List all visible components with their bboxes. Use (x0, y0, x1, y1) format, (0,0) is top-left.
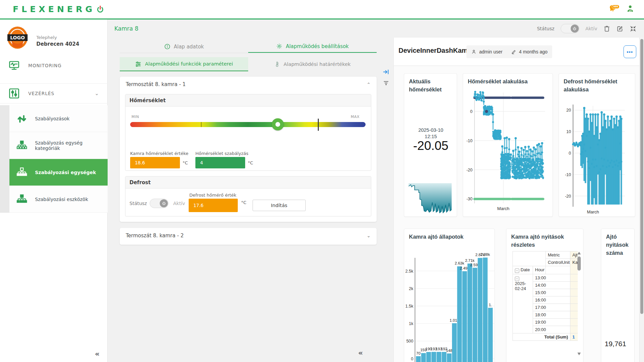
hour-cell: 18:00 (533, 311, 570, 319)
setpoint-label: Hőmérséklet szabályzás (195, 151, 249, 156)
sidebar-item-label: Szabályozási egységek (35, 170, 96, 175)
dashboard-scrollbar[interactable] (639, 38, 644, 362)
controlunit-value: Kamra 8 (570, 259, 578, 274)
scroll-thumb[interactable] (577, 256, 581, 271)
svg-text:0: 0 (411, 357, 413, 361)
sidebar-item-label: VEZÉRLÉS (28, 91, 54, 96)
temperature-slider[interactable] (130, 122, 366, 127)
panel-title: Termosztát 8. kamra - 1 (126, 81, 186, 87)
status-label: Státusz (537, 26, 555, 31)
content-header: Kamra 8 Státusz Aktív (108, 19, 644, 38)
defrost-status-value: Aktív (173, 201, 185, 206)
stat-value: 19,761 (601, 340, 635, 348)
status-value: Aktív (585, 26, 597, 31)
svg-text:2.88k: 2.88k (481, 252, 490, 256)
chevron-down-icon[interactable]: ⌄ (94, 90, 99, 96)
pivot-table-grid: MetricAjtó nyitásokControlUnitKamra 8−Da… (513, 251, 578, 341)
dashboard-meta-chip: admin user 4 months ago (466, 45, 552, 58)
site-label: Telephely (36, 35, 79, 40)
slider-notch (201, 122, 202, 127)
value-cell (570, 274, 578, 282)
slider-handle[interactable] (272, 118, 284, 130)
collapse-group-icon[interactable]: − (515, 277, 519, 281)
thermometer-icon (274, 61, 280, 67)
defrost-history-chart: 20100-10-20March (562, 102, 633, 215)
sidebar-item-szabalyozasi-egysegek[interactable]: Szabályozási egységek (9, 159, 108, 186)
sidebar-item-vezerles[interactable]: VEZÉRLÉS ⌄ (0, 83, 108, 104)
door-states-bar-chart: 05001k1.5k2k2.5k701591901931931921481.01… (405, 248, 494, 362)
subtab-hatarertekek[interactable]: Alapműködési határértékek (248, 57, 377, 71)
scroll-thumb[interactable] (640, 39, 643, 314)
sidebar-collapse-button[interactable]: « (95, 350, 100, 358)
svg-text:March: March (587, 209, 599, 214)
sidebar-item-szabalyozasok[interactable]: Szabályozások (9, 105, 108, 132)
card-title: Aktuális hőmérséklet (409, 78, 449, 94)
svg-text:1k: 1k (409, 321, 414, 326)
expand-right-icon[interactable] (383, 69, 389, 75)
dashboard-author: admin user (479, 49, 502, 54)
user-icon[interactable] (626, 4, 635, 13)
person-icon (471, 49, 477, 54)
delete-icon[interactable] (603, 25, 610, 32)
svg-text:-10: -10 (466, 138, 472, 143)
setpoint-input[interactable]: 4 (195, 157, 245, 168)
value-cell (570, 304, 578, 311)
svg-text:2.5k: 2.5k (405, 269, 413, 274)
hour-cell: 16:00 (533, 296, 570, 304)
chevron-up-icon[interactable]: ⌃ (367, 82, 371, 87)
tab-bar: Alap adatok Alapműködés beállítások (120, 40, 377, 53)
device-settings-pane: Alap adatok Alapműködés beállítások Alap… (108, 38, 393, 362)
tab-alap-adatok[interactable]: Alap adatok (120, 40, 248, 53)
defrost-status-toggle[interactable] (150, 199, 168, 208)
subtab-label: Alapműködési határértékek (283, 62, 350, 67)
tab-label: Alapműködés beállítások (286, 43, 349, 49)
svg-text:-10: -10 (565, 172, 571, 177)
chevron-down-icon[interactable]: ⌄ (367, 233, 371, 238)
date-group-cell[interactable]: −2025-02-24 (513, 274, 533, 333)
collapse-group-icon[interactable]: − (515, 269, 519, 273)
tab-alapmukodes-beallitasok[interactable]: Alapműködés beállítások (248, 40, 377, 53)
date-header[interactable]: −Date (513, 266, 533, 274)
dashboard-title: DeviceInnerDashKamra (399, 47, 474, 54)
card-kamra-ajto-allapotok: Kamra ajtó állapotok 05001k1.5k2k2.5k701… (404, 229, 495, 362)
power-icon (160, 199, 168, 207)
accordion-header[interactable]: Termoszát 8. kamra - 2 ⌄ (120, 228, 377, 243)
pivot-table: MetricAjtó nyitásokControlUnitKamra 8−Da… (513, 251, 578, 341)
hour-cell: 17:00 (533, 304, 570, 311)
accordion-header[interactable]: Termosztát 8. kamra - 1 ⌃ (120, 77, 377, 92)
scroll-up-arrow[interactable] (577, 252, 581, 254)
sidebar-item-label: Szabályozások (35, 116, 70, 121)
svg-text:0: 0 (470, 109, 472, 114)
table-vertical-scrollbar[interactable] (577, 252, 581, 355)
sidebar-item-szabalyozas-egyseg-kategoriak[interactable]: Szabályozás egység kategóriák (9, 132, 108, 159)
sidebar-item-szabalyozasi-eszkozok[interactable]: Szabályozási eszközök (9, 186, 108, 213)
section-title: Defrost (125, 176, 371, 189)
notifications-bell-icon[interactable]: 999 (608, 4, 617, 13)
status-toggle[interactable] (561, 24, 579, 33)
temp-value-input[interactable]: 18.6 (130, 157, 180, 168)
compress-icon[interactable] (630, 25, 637, 32)
dashboard-menu-button[interactable]: ••• (623, 45, 636, 58)
dashboard-header: DeviceInnerDashKamra admin user 4 months… (394, 38, 644, 66)
sidebar-item-monitoring[interactable]: MONITORING (0, 55, 108, 76)
total-label: Total (Sum) (513, 333, 570, 341)
start-defrost-button[interactable]: Indítás (253, 200, 306, 211)
hour-cell: 19:00 (533, 319, 570, 326)
filter-icon[interactable] (383, 80, 389, 86)
svg-text:2.71k: 2.71k (465, 258, 475, 263)
sliders-icon (8, 87, 20, 99)
hour-cell: 20:00 (533, 326, 570, 333)
edit-icon[interactable] (616, 25, 623, 32)
scroll-down-arrow[interactable] (577, 353, 581, 355)
svg-text:-20: -20 (565, 194, 571, 199)
form-pane-collapse-button[interactable]: « (358, 349, 363, 357)
card-title: Kamra ajtó állapotok (409, 233, 463, 241)
svg-text:70: 70 (416, 351, 421, 355)
metric-header: Metric (546, 251, 570, 259)
subtab-funkciok-parameterei[interactable]: Alapműködési funkciók paraméterei (120, 57, 248, 71)
subtab-label: Alapműködési funkciók paraméterei (145, 61, 233, 67)
temperature-section: Hőmérséklet MIN MAX Kamra hőmérséklet ér… (125, 94, 371, 171)
defrost-unit: °C (241, 200, 247, 205)
defrost-value-input[interactable]: 17.6 (189, 199, 238, 212)
card-title: Kamra ajtó nyitások részletes (511, 233, 583, 249)
